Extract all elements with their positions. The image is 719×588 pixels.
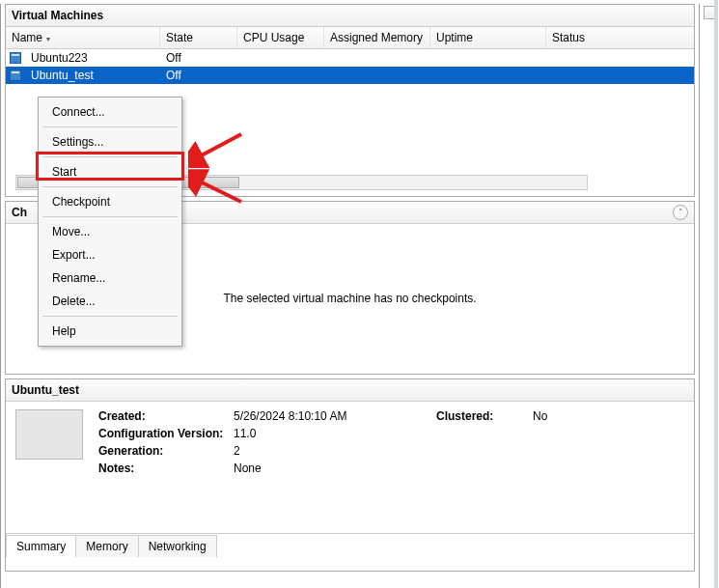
menu-delete[interactable]: Delete...	[39, 290, 181, 313]
config-label: Configuration Version:	[98, 427, 224, 440]
tab-summary[interactable]: Summary	[6, 535, 76, 557]
clustered-label: Clustered:	[436, 409, 523, 423]
col-uptime[interactable]: Uptime	[430, 27, 546, 48]
vm-name-cell: Ubuntu_test	[25, 69, 160, 82]
menu-move[interactable]: Move...	[39, 220, 181, 243]
col-memory[interactable]: Assigned Memory	[324, 27, 430, 48]
col-state[interactable]: State	[160, 27, 237, 48]
hyperv-manager-pane: Virtual Machines Name▾ State CPU Usage A…	[0, 4, 700, 588]
vm-icon	[10, 70, 21, 81]
col-name-label: Name	[12, 31, 42, 44]
vm-rows: Ubuntu223 Off Ubuntu_test Off	[6, 49, 694, 84]
created-value: 5/26/2024 8:10:10 AM	[234, 409, 427, 423]
menu-checkpoint[interactable]: Checkpoint	[39, 190, 181, 213]
menu-start[interactable]: Start	[39, 160, 181, 183]
tab-networking[interactable]: Networking	[138, 535, 217, 557]
notes-label: Notes:	[98, 462, 224, 475]
menu-help[interactable]: Help	[39, 320, 181, 343]
menu-separator	[42, 216, 178, 217]
menu-separator	[42, 156, 178, 157]
vm-row-selected[interactable]: Ubuntu_test Off	[6, 67, 694, 84]
clustered-value: No	[533, 409, 591, 423]
details-title: Ubuntu_test	[6, 379, 694, 402]
menu-separator	[42, 126, 178, 127]
col-cpu[interactable]: CPU Usage	[237, 27, 324, 48]
vm-state-cell: Off	[160, 69, 237, 82]
col-status[interactable]: Status	[546, 27, 694, 48]
vm-name-cell: Ubuntu223	[25, 51, 160, 65]
menu-rename[interactable]: Rename...	[39, 266, 181, 290]
menu-separator	[42, 316, 178, 317]
checkpoints-empty-text: The selected virtual machine has no chec…	[223, 292, 476, 305]
vm-icon	[10, 52, 21, 64]
generation-label: Generation:	[98, 444, 224, 458]
menu-export[interactable]: Export...	[39, 243, 181, 266]
menu-settings[interactable]: Settings...	[39, 130, 181, 154]
notes-value: None	[234, 462, 427, 475]
details-body: Created: 5/26/2024 8:10:10 AM Clustered:…	[6, 402, 694, 479]
sort-caret-icon: ▾	[46, 35, 50, 43]
generation-value: 2	[234, 444, 427, 458]
vm-column-headers: Name▾ State CPU Usage Assigned Memory Up…	[6, 27, 694, 49]
checkpoints-title-stub: Ch	[12, 206, 27, 219]
config-value: 11.0	[234, 427, 427, 440]
vm-panel-title: Virtual Machines	[6, 5, 694, 27]
details-tabs: Summary Memory Networking	[6, 533, 694, 556]
vm-context-menu: Connect... Settings... Start Checkpoint …	[38, 97, 182, 347]
tab-memory[interactable]: Memory	[75, 535, 138, 557]
menu-connect[interactable]: Connect...	[39, 100, 181, 124]
vm-thumbnail	[15, 409, 83, 460]
created-label: Created:	[98, 409, 224, 423]
vm-details-panel: Ubuntu_test Created: 5/26/2024 8:10:10 A…	[5, 378, 695, 572]
details-properties: Created: 5/26/2024 8:10:10 AM Clustered:…	[98, 409, 591, 475]
col-name[interactable]: Name▾	[6, 27, 160, 48]
menu-separator	[42, 186, 178, 187]
vm-row[interactable]: Ubuntu223 Off	[6, 49, 694, 67]
collapse-button-icon[interactable]: ˄	[673, 205, 688, 220]
window-right-edge	[714, 0, 718, 588]
vm-state-cell: Off	[160, 51, 237, 65]
